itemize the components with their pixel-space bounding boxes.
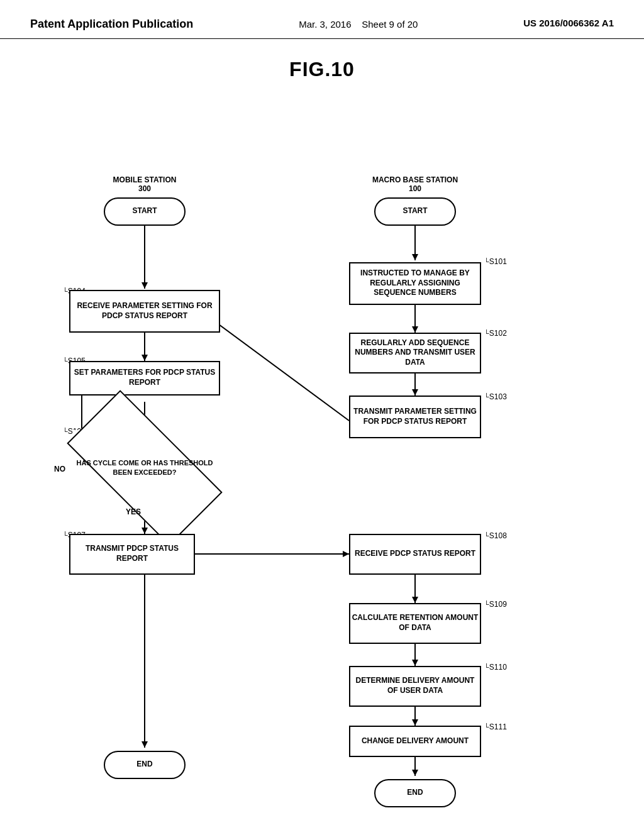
flowchart-diagram: MOBILE STATION 300 MACRO BASE STATION 10… bbox=[0, 87, 644, 792]
header-sheet: Sheet 9 of 20 bbox=[362, 19, 418, 30]
s108-label: └S108 bbox=[484, 531, 507, 540]
svg-marker-17 bbox=[412, 326, 418, 333]
svg-marker-15 bbox=[412, 254, 418, 260]
s110-box: DETERMINE DELIVERY AMOUNT OF USER DATA bbox=[349, 666, 481, 707]
s105-box: SET PARAMETERS FOR PDCP STATUS REPORT bbox=[69, 361, 220, 396]
svg-marker-19 bbox=[412, 389, 418, 396]
s106-yes-label: YES bbox=[126, 507, 141, 516]
end-right-box: END bbox=[374, 779, 456, 807]
s103-label: └S103 bbox=[484, 392, 507, 401]
s103-box: TRANSMIT PARAMETER SETTING FOR PDCP STAT… bbox=[349, 396, 481, 438]
header-patent-num: US 2016/0066362 A1 bbox=[523, 18, 614, 28]
s107-box: TRANSMIT PDCP STATUS REPORT bbox=[69, 534, 195, 575]
svg-marker-31 bbox=[412, 770, 418, 776]
start-left-box: START bbox=[104, 197, 186, 226]
svg-marker-1 bbox=[142, 282, 148, 289]
s101-box: INSTRUCTED TO MANAGE BY REGULARLY ASSIGN… bbox=[349, 262, 481, 305]
s102-label: └S102 bbox=[484, 329, 507, 338]
s108-box: RECEIVE PDCP STATUS REPORT bbox=[349, 534, 481, 575]
header-center: Mar. 3, 2016 Sheet 9 of 20 bbox=[299, 18, 418, 32]
s110-label: └S110 bbox=[484, 663, 507, 672]
start-right-box: START bbox=[374, 197, 456, 226]
s104-box: RECEIVE PARAMETER SETTING FOR PDCP STATU… bbox=[69, 290, 220, 333]
svg-marker-23 bbox=[412, 597, 418, 603]
macro-base-station-label: MACRO BASE STATION 100 bbox=[365, 175, 465, 193]
svg-marker-13 bbox=[142, 741, 148, 748]
s111-box: CHANGE DELIVERY AMOUNT bbox=[349, 726, 481, 757]
page-header: Patent Application Publication Mar. 3, 2… bbox=[0, 0, 644, 39]
s111-label: └S111 bbox=[484, 722, 507, 731]
s101-label: └S101 bbox=[484, 257, 507, 266]
s109-label: └S109 bbox=[484, 600, 507, 609]
svg-line-20 bbox=[204, 314, 349, 421]
figure-title: FIG.10 bbox=[0, 58, 644, 81]
s106-no-label: NO bbox=[54, 465, 65, 473]
mobile-station-label: MOBILE STATION 300 bbox=[97, 175, 192, 193]
header-title: Patent Application Publication bbox=[30, 18, 193, 31]
svg-marker-11 bbox=[142, 528, 148, 534]
svg-marker-33 bbox=[343, 551, 349, 557]
s102-box: REGULARLY ADD SEQUENCE NUMBERS AND TRANS… bbox=[349, 333, 481, 374]
end-left-box: END bbox=[104, 751, 186, 779]
header-date: Mar. 3, 2016 bbox=[299, 19, 351, 30]
s106-diamond: HAS CYCLE COME OR HAS THRESHOLD BEEN EXC… bbox=[72, 430, 217, 506]
svg-marker-3 bbox=[142, 355, 148, 361]
s109-box: CALCULATE RETENTION AMOUNT OF DATA bbox=[349, 603, 481, 644]
svg-marker-25 bbox=[412, 660, 418, 666]
svg-marker-27 bbox=[412, 719, 418, 726]
